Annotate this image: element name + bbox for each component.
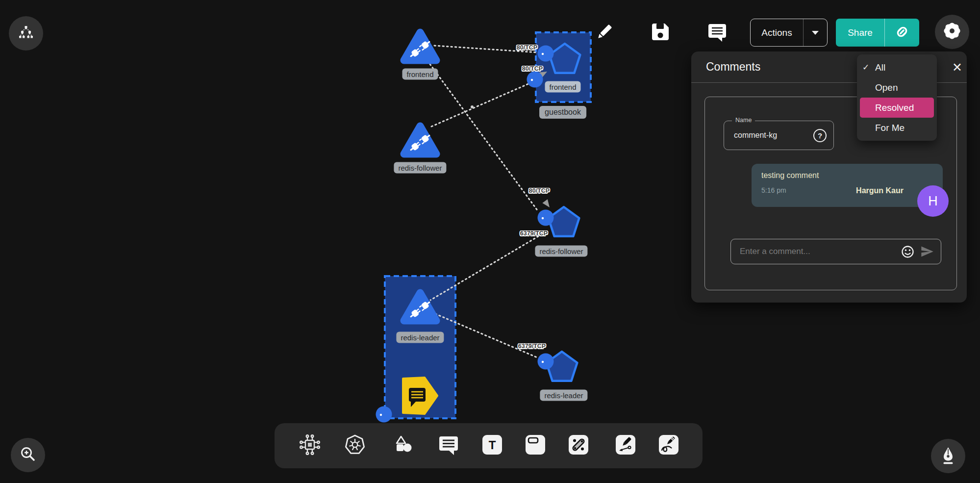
edit-button[interactable] <box>594 22 615 44</box>
text-tool-icon: T <box>482 434 503 457</box>
actions-dropdown-toggle[interactable] <box>804 19 827 46</box>
port-dot <box>531 79 533 81</box>
avatar: H <box>917 185 949 217</box>
kubernetes-icon <box>344 433 366 458</box>
pen-mode-button[interactable] <box>931 439 965 473</box>
comment-input[interactable]: Enter a comment... <box>730 239 941 264</box>
caret-down-icon <box>812 31 819 35</box>
system-diagram-icon <box>299 433 321 458</box>
zoom-in-icon <box>19 445 37 465</box>
port[interactable] <box>376 407 392 423</box>
comment-icon <box>707 22 727 44</box>
tool-pen[interactable] <box>615 434 636 457</box>
edge-junction <box>471 105 474 108</box>
comment-text: testing comment <box>761 171 933 180</box>
tool-scribble[interactable] <box>658 434 679 457</box>
gear-icon <box>942 21 962 43</box>
port[interactable] <box>527 72 543 88</box>
copy-link-button[interactable] <box>885 19 919 47</box>
share-label: Share <box>836 19 884 47</box>
comments-panel-title: Comments <box>706 60 760 74</box>
comment-author: Hargun Kaur <box>856 186 904 195</box>
tool-frame[interactable] <box>525 434 546 457</box>
comments-filter-menu: ✓ All Open Resolved For Me <box>857 54 937 141</box>
name-field-value[interactable]: comment-kg <box>734 131 813 140</box>
pencil-icon <box>595 22 614 44</box>
hierarchy-tree-icon <box>18 25 34 42</box>
floppy-disk-icon <box>651 23 670 43</box>
comment-tool-icon <box>438 434 459 458</box>
filter-option-resolved[interactable]: Resolved <box>860 98 934 118</box>
port-dot <box>380 414 382 416</box>
svg-text:T: T <box>489 438 496 452</box>
tool-comment[interactable] <box>438 434 459 457</box>
tool-text[interactable]: T <box>482 434 503 457</box>
tool-shapes[interactable] <box>393 434 415 457</box>
tool-system-diagram[interactable] <box>299 434 321 457</box>
zoom-button[interactable] <box>11 438 45 472</box>
scribble-tool-icon <box>658 434 679 457</box>
edge-1[interactable] <box>427 61 538 211</box>
edge-2[interactable] <box>431 83 529 127</box>
edge-arrowhead <box>542 199 552 209</box>
settings-button[interactable] <box>935 15 969 49</box>
port-dot <box>542 361 544 363</box>
port-dot <box>542 217 544 219</box>
pen-nib-icon <box>938 445 958 467</box>
save-button[interactable] <box>650 22 671 44</box>
check-icon: ✓ <box>862 62 869 73</box>
port[interactable] <box>538 210 554 226</box>
comment-input-placeholder: Enter a comment... <box>740 247 895 256</box>
port-dot <box>542 53 544 55</box>
name-field-label: Name <box>732 117 755 124</box>
comments-toggle-button[interactable] <box>706 22 728 44</box>
share-button[interactable]: Share <box>836 19 919 47</box>
app-canvas: frontendredis-followerredis-leaderfronte… <box>0 0 980 483</box>
frame-tool-icon <box>525 434 546 457</box>
port[interactable] <box>538 354 554 370</box>
comment-item: testing comment 5:16 pm Hargun Kaur <box>752 164 943 207</box>
comment-time: 5:16 pm <box>761 186 786 195</box>
actions-button[interactable]: Actions <box>750 19 828 47</box>
shapes-icon <box>393 433 415 458</box>
close-icon[interactable]: ✕ <box>950 58 964 76</box>
pen-tool-icon <box>615 434 636 457</box>
filter-option-all[interactable]: ✓ All <box>857 57 937 77</box>
filter-option-open[interactable]: Open <box>857 77 937 98</box>
hierarchy-tree-button[interactable] <box>9 16 43 51</box>
edge-0[interactable] <box>434 46 538 52</box>
send-icon[interactable] <box>920 245 934 258</box>
tool-kubernetes[interactable] <box>344 434 366 457</box>
actions-label: Actions <box>751 19 803 46</box>
help-icon[interactable]: ? <box>813 129 827 142</box>
tool-connector[interactable] <box>568 434 589 457</box>
comment-name-field[interactable]: Name comment-kg ? <box>724 121 834 150</box>
node-redis-follower-deployment[interactable] <box>549 207 579 236</box>
tool-palette: T <box>275 423 703 468</box>
filter-option-for-me[interactable]: For Me <box>857 118 937 138</box>
port[interactable] <box>538 46 554 62</box>
smiley-icon[interactable] <box>901 245 914 258</box>
link-icon <box>894 24 910 42</box>
connector-tool-icon <box>568 434 589 457</box>
